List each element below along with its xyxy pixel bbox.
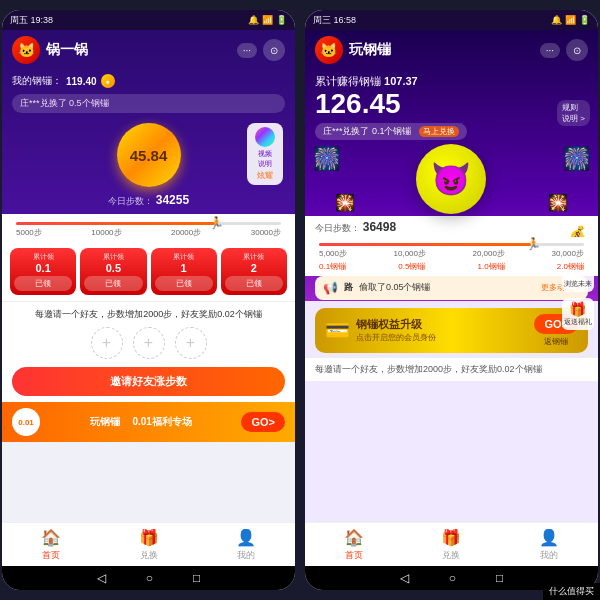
left-steps-label: 今日步数：	[108, 196, 153, 206]
right-gold-sub2: 返钢镚	[534, 336, 578, 347]
left-profile-icon: 👤	[236, 528, 256, 547]
right-tab-home[interactable]: 🏠 首页	[305, 523, 403, 566]
right-steps-info: 今日步数： 36498	[305, 216, 598, 237]
left-invite-btn[interactable]: 邀请好友涨步数	[12, 367, 285, 396]
right-header-right: ··· ⊙	[540, 39, 588, 61]
right-notif-msg: 偷取了0.05个钢镚	[359, 281, 431, 294]
left-header-right: ··· ⊙	[237, 39, 285, 61]
right-firework-right: 🎆	[563, 146, 590, 172]
right-firework-left2: 🎇	[335, 193, 355, 212]
left-steps-info: 今日步数： 34255	[2, 191, 295, 214]
left-reward-card-1[interactable]: 累计领 0.5 已领	[80, 248, 146, 295]
left-slot-1[interactable]: +	[133, 327, 165, 359]
left-reward-card-2[interactable]: 累计领 1 已领	[151, 248, 217, 295]
right-steps-label: 今日步数：	[315, 223, 360, 233]
left-coin-icon: ●	[101, 74, 115, 88]
right-tab-profile-label: 我的	[540, 549, 558, 562]
right-tab-profile[interactable]: 👤 我的	[500, 523, 598, 566]
right-profile-icon: 👤	[539, 528, 559, 547]
right-exchange-icon: 🎁	[441, 528, 461, 547]
left-marker-2: 20000步	[171, 227, 201, 238]
watermark: 什么值得买	[543, 583, 600, 600]
right-gold-banner[interactable]: 💳 钢镚权益升级 点击开启您的会员身份 GO> 返钢镚	[315, 308, 588, 353]
right-reward-1: 0.5钢镚	[398, 261, 425, 272]
left-reward-label-0: 累计领	[14, 252, 72, 262]
right-tab-exchange-label: 兑换	[442, 549, 460, 562]
left-go-btn[interactable]: GO>	[241, 412, 285, 432]
right-more-btn[interactable]: ···	[540, 43, 560, 58]
right-firework-left: 🎆	[313, 146, 340, 172]
right-sub-label: 累计赚得钢镚	[315, 75, 381, 87]
left-home-icon: 🏠	[41, 528, 61, 547]
right-card-icon: 💳	[325, 318, 350, 342]
right-gift-icon: 🎁	[564, 301, 592, 317]
left-video-icon	[255, 127, 275, 147]
right-speaker-icon: 📢	[323, 281, 338, 295]
left-reward-card-0[interactable]: 累计领 0.1 已领	[10, 248, 76, 295]
left-home-btn[interactable]: ○	[146, 571, 153, 585]
left-back-btn[interactable]: ◁	[97, 571, 106, 585]
left-more-btn[interactable]: ···	[237, 43, 257, 58]
left-target-btn[interactable]: ⊙	[263, 39, 285, 61]
left-bottom-banner: 0.01 玩钢镚 0.01福利专场 GO>	[2, 402, 295, 442]
right-target-btn[interactable]: ⊙	[566, 39, 588, 61]
right-progress-track: 🏃	[319, 243, 584, 246]
left-big-coin[interactable]: 45.84	[117, 123, 181, 187]
right-redeem-btn[interactable]: 马上兑换	[419, 126, 459, 137]
left-runner-icon: 🏃	[209, 216, 224, 230]
right-marker-0: 5,000步	[319, 248, 347, 259]
left-tab-home[interactable]: 🏠 首页	[2, 523, 100, 566]
left-reward-value-2: 1	[155, 262, 213, 274]
left-app-logo: 🐱	[12, 36, 40, 64]
right-time: 周三 16:58	[313, 14, 356, 27]
left-coin-badge: 0.01	[12, 408, 40, 436]
right-phone: 周三 16:58 🔔 📶 🔋 🐱 玩钢镚 ··· ⊙ 累计赚得钢	[305, 10, 598, 590]
right-marker-3: 30,000步	[551, 248, 583, 259]
right-side-label-2: 返送福礼	[564, 318, 592, 325]
right-progress-fill	[319, 243, 531, 246]
right-home-btn[interactable]: ○	[449, 571, 456, 585]
left-reward-label-3: 累计领	[225, 252, 283, 262]
left-promo-sub: 0.01福利专场	[132, 416, 191, 427]
left-coin-area: 45.84 视频说明 炫耀	[2, 115, 295, 191]
right-runner-icon: 🏃	[526, 237, 541, 251]
left-tab-profile[interactable]: 👤 我的	[197, 523, 295, 566]
right-mascot: 😈	[416, 144, 486, 214]
left-slot-0[interactable]: +	[91, 327, 123, 359]
left-invite-section: 每邀请一个好友，步数增加2000步，好友奖励0.02个钢镚 + + + 邀请好友…	[2, 301, 295, 402]
right-home-icon: 🏠	[344, 528, 364, 547]
right-reward-0: 0.1钢镚	[319, 261, 346, 272]
right-sub-value: 107.37	[384, 75, 418, 87]
left-slot-2[interactable]: +	[175, 327, 207, 359]
right-rules-text: 规则说明 >	[562, 102, 585, 124]
left-reward-status-3: 已领	[225, 276, 283, 291]
left-炫耀-label: 炫耀	[253, 170, 277, 181]
right-reward-2: 1.0钢镚	[478, 261, 505, 272]
phone-separator	[297, 0, 303, 600]
left-reward-label-1: 累计领	[84, 252, 142, 262]
left-recents-btn[interactable]: □	[193, 571, 200, 585]
left-reward-status-0: 已领	[14, 276, 72, 291]
right-recents-btn[interactable]: □	[496, 571, 503, 585]
left-coin-amount: 45.84	[130, 147, 168, 164]
left-balance-amount: 119.40	[66, 76, 97, 87]
right-firework-right2: 🎇	[548, 193, 568, 212]
left-reward-value-1: 0.5	[84, 262, 142, 274]
left-tab-profile-label: 我的	[237, 549, 255, 562]
left-steps-count: 34255	[156, 193, 189, 207]
right-side-icon-2[interactable]: 🎁 返送福礼	[562, 298, 594, 330]
left-nav-bar: ◁ ○ □	[2, 566, 295, 590]
right-back-btn[interactable]: ◁	[400, 571, 409, 585]
right-mascot-area: 🎆 🎇 🎆 🎇 😈 💰 领取 👁 浏览未来 🎁 返送福礼	[305, 142, 598, 216]
right-rules-link[interactable]: 规则说明 >	[557, 100, 590, 126]
left-reward-status-2: 已领	[155, 276, 213, 291]
right-tab-exchange[interactable]: 🎁 兑换	[403, 523, 501, 566]
right-progress-area: 🏃 5,000步 10,000步 20,000步 30,000步 0.1钢镚 0…	[305, 237, 598, 276]
left-progress-area: 🏃 5000步 10000步 20000步 30000步	[2, 214, 295, 242]
left-video-btn[interactable]: 视频说明 炫耀	[247, 123, 283, 185]
right-sub-amount: 累计赚得钢镚 107.37	[315, 74, 418, 89]
left-reward-card-3[interactable]: 累计领 2 已领	[221, 248, 287, 295]
right-step-markers: 5,000步 10,000步 20,000步 30,000步	[315, 246, 588, 259]
left-tab-exchange[interactable]: 🎁 兑换	[100, 523, 198, 566]
left-marker-3: 30000步	[251, 227, 281, 238]
